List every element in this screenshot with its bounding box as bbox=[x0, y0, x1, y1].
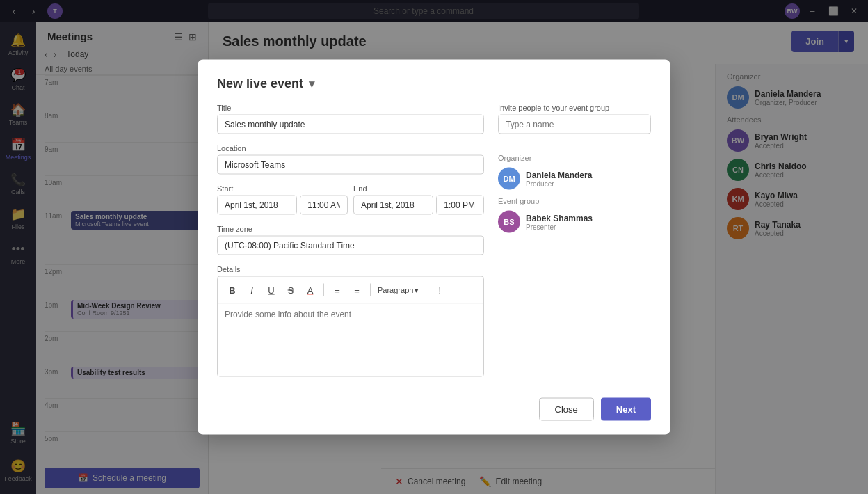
event-group-row: BS Babek Shammas Presenter bbox=[498, 211, 651, 233]
details-form-group: Details B I U S A ≡ ≡ Paragraph bbox=[217, 265, 484, 377]
invite-input[interactable] bbox=[498, 115, 651, 134]
details-label: Details bbox=[217, 265, 484, 273]
rt-toolbar: B I U S A ≡ ≡ Paragraph ▾ bbox=[218, 277, 483, 304]
modal-right: Invite people to your event group Organi… bbox=[498, 104, 651, 387]
bold-button[interactable]: B bbox=[223, 281, 241, 299]
datetime-form-group: Start End bbox=[217, 184, 484, 215]
event-group-name: Babek Shammas bbox=[526, 213, 593, 223]
modal-body: Title Location Start End bbox=[217, 104, 651, 387]
underline-button[interactable]: U bbox=[262, 281, 280, 299]
strikethrough-button[interactable]: S bbox=[282, 281, 300, 299]
event-group-role: Presenter bbox=[526, 223, 593, 230]
rt-separator-2 bbox=[370, 284, 371, 296]
title-label: Title bbox=[217, 104, 484, 112]
modal-organizer-role: Producer bbox=[526, 180, 592, 187]
invite-form-group: Invite people to your event group bbox=[498, 104, 651, 144]
italic-button[interactable]: I bbox=[243, 281, 261, 299]
location-form-group: Location bbox=[217, 144, 484, 175]
rt-separator-1 bbox=[323, 284, 324, 296]
end-group: End bbox=[353, 184, 484, 215]
important-button[interactable]: ! bbox=[431, 281, 449, 299]
paragraph-label: Paragraph bbox=[378, 286, 413, 294]
title-form-group: Title bbox=[217, 104, 484, 134]
timezone-input[interactable] bbox=[217, 236, 484, 255]
bullets-button[interactable]: ≡ bbox=[328, 281, 346, 299]
timezone-form-group: Time zone bbox=[217, 225, 484, 255]
start-date-input[interactable] bbox=[217, 196, 297, 215]
numbered-button[interactable]: ≡ bbox=[348, 281, 366, 299]
rich-text-box: B I U S A ≡ ≡ Paragraph ▾ bbox=[217, 276, 484, 377]
event-group-avatar: BS bbox=[498, 211, 520, 233]
next-button[interactable]: Next bbox=[601, 398, 651, 421]
new-live-event-modal: New live event ▾ Title Location Start bbox=[198, 60, 670, 435]
timezone-label: Time zone bbox=[217, 225, 484, 233]
modal-organizer-section-label: Organizer bbox=[498, 154, 651, 162]
event-group-info: Babek Shammas Presenter bbox=[526, 213, 593, 230]
end-date-input[interactable] bbox=[353, 196, 433, 215]
modal-title-text: New live event bbox=[217, 77, 303, 91]
modal-footer: Close Next bbox=[217, 398, 651, 421]
title-input[interactable] bbox=[217, 115, 484, 134]
paragraph-chevron-icon: ▾ bbox=[415, 285, 419, 294]
modal-organizer-info: Daniela Mandera Producer bbox=[526, 170, 592, 187]
start-label: Start bbox=[217, 184, 348, 193]
end-time-input[interactable] bbox=[436, 196, 484, 215]
rt-separator-3 bbox=[426, 284, 426, 296]
location-label: Location bbox=[217, 144, 484, 152]
modal-header: New live event ▾ bbox=[217, 77, 651, 91]
event-group-section-label: Event group bbox=[498, 197, 651, 205]
paragraph-button[interactable]: Paragraph ▾ bbox=[375, 285, 421, 294]
start-inputs bbox=[217, 196, 348, 215]
start-group: Start bbox=[217, 184, 348, 215]
modal-collapse-icon[interactable]: ▾ bbox=[309, 77, 314, 90]
details-textarea[interactable] bbox=[218, 304, 483, 374]
font-color-button[interactable]: A bbox=[301, 281, 319, 299]
modal-organizer-name: Daniela Mandera bbox=[526, 170, 592, 180]
close-button[interactable]: Close bbox=[539, 398, 594, 421]
end-inputs bbox=[353, 196, 484, 215]
datetime-row: Start End bbox=[217, 184, 484, 215]
start-time-input[interactable] bbox=[300, 196, 348, 215]
invite-label: Invite people to your event group bbox=[498, 104, 651, 112]
modal-organizer-row: DM Daniela Mandera Producer bbox=[498, 168, 651, 190]
modal-title: New live event ▾ bbox=[217, 77, 314, 91]
location-input[interactable] bbox=[217, 155, 484, 175]
modal-organizer-avatar: DM bbox=[498, 168, 520, 190]
modal-form: Title Location Start End bbox=[217, 104, 484, 387]
end-label: End bbox=[353, 184, 484, 193]
